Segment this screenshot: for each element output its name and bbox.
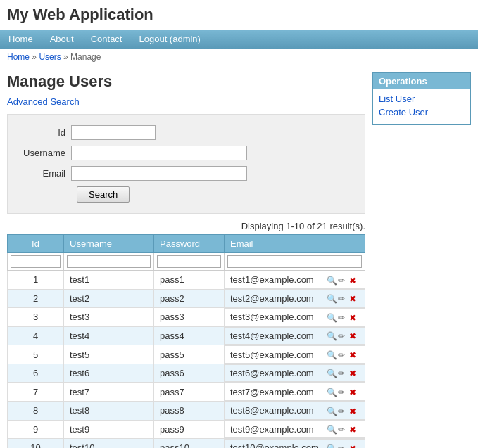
advanced-search-link[interactable]: Advanced Search [7,96,80,107]
row-actions: 🔍✏✖ [325,424,359,435]
delete-icon[interactable]: ✖ [349,276,359,286]
edit-icon[interactable]: ✏ [338,350,348,360]
delete-icon[interactable]: ✖ [349,444,359,448]
content-area: Manage Users Advanced Search Id Username… [7,72,365,448]
delete-icon[interactable]: ✖ [349,388,359,397]
row-actions: 🔍✏✖ [325,331,359,342]
email-value: test2@example.com [230,293,314,304]
view-icon[interactable]: 🔍 [327,388,337,397]
edit-icon[interactable]: ✏ [338,425,348,435]
table-row: 4test4pass4test4@example.com🔍✏✖ [8,326,365,345]
row-actions: 🔍✏✖ [325,405,359,416]
edit-icon[interactable]: ✏ [338,444,348,448]
breadcrumb-home[interactable]: Home [7,52,30,62]
view-icon[interactable]: 🔍 [327,425,337,435]
cell-username: test8 [64,401,154,420]
data-table: Id Username Password Email 1test1pass1te… [7,234,365,448]
email-value: test6@example.com [230,368,314,378]
breadcrumb-users[interactable]: Users [39,52,61,62]
results-info: Displaying 1-10 of 21 result(s). [7,221,365,231]
cell-password: pass7 [154,383,225,402]
nav-home[interactable]: Home [0,30,42,49]
view-icon[interactable]: 🔍 [327,444,337,448]
edit-icon[interactable]: ✏ [338,294,348,304]
view-icon[interactable]: 🔍 [327,369,337,378]
email-value: test3@example.com [230,312,314,322]
username-form-row: Username [22,146,351,160]
edit-icon[interactable]: ✏ [338,276,348,286]
list-user-link[interactable]: List User [379,94,465,104]
edit-icon[interactable]: ✏ [338,407,348,416]
delete-icon[interactable]: ✖ [349,407,359,416]
cell-id: 7 [8,383,64,402]
cell-email: test6@example.com🔍✏✖ [225,364,365,383]
cell-id: 4 [8,326,64,345]
cell-username: test5 [64,345,154,364]
table-row: 6test6pass6test6@example.com🔍✏✖ [8,364,365,383]
email-value: test8@example.com [230,405,314,416]
cell-email: test2@example.com🔍✏✖ [225,290,365,308]
cell-id: 1 [8,271,64,290]
cell-password: pass5 [154,345,225,364]
table-row: 7test7pass7test7@example.com🔍✏✖ [8,383,365,402]
view-icon[interactable]: 🔍 [327,331,337,341]
cell-password: pass10 [154,439,225,448]
view-icon[interactable]: 🔍 [327,276,337,286]
delete-icon[interactable]: ✖ [349,331,359,341]
view-icon[interactable]: 🔍 [327,350,337,360]
email-input[interactable] [71,166,247,181]
nav-about[interactable]: About [42,30,82,49]
edit-icon[interactable]: ✏ [338,388,348,397]
sidebar: Operations List User Create User [372,72,471,448]
row-actions: 🔍✏✖ [325,368,359,379]
delete-icon[interactable]: ✖ [349,294,359,304]
col-email[interactable]: Email [225,235,365,253]
delete-icon[interactable]: ✖ [349,350,359,360]
nav-logout[interactable]: Logout (admin) [130,30,208,49]
cell-password: pass3 [154,308,225,327]
page-title: Manage Users [7,72,365,91]
filter-username-cell [64,253,154,271]
nav-contact[interactable]: Contact [82,30,131,49]
filter-id-input[interactable] [11,255,61,268]
cell-id: 2 [8,289,64,308]
filter-password-cell [154,253,225,271]
cell-email: test9@example.com🔍✏✖ [225,421,365,439]
search-button[interactable]: Search [77,186,130,203]
operations-header: Operations [373,73,470,89]
filter-email-cell [225,253,365,271]
delete-icon[interactable]: ✖ [349,369,359,378]
table-row: 2test2pass2test2@example.com🔍✏✖ [8,289,365,308]
edit-icon[interactable]: ✏ [338,331,348,341]
filter-username-input[interactable] [67,255,151,268]
cell-email: test3@example.com🔍✏✖ [225,308,365,326]
filter-password-input[interactable] [157,255,221,268]
email-value: test7@example.com [230,387,314,397]
view-icon[interactable]: 🔍 [327,407,337,416]
id-input[interactable] [71,125,156,140]
filter-email-input[interactable] [227,255,362,268]
email-value: test9@example.com [230,424,314,435]
view-icon[interactable]: 🔍 [327,313,337,323]
email-label: Email [22,168,71,179]
view-icon[interactable]: 🔍 [327,294,337,304]
username-input[interactable] [71,146,247,160]
operations-box: Operations List User Create User [372,72,471,125]
col-username[interactable]: Username [64,235,154,253]
table-row: 10test10pass10test10@example.com🔍✏✖ [8,439,365,448]
cell-password: pass1 [154,271,225,290]
edit-icon[interactable]: ✏ [338,313,348,323]
col-id[interactable]: Id [8,235,64,253]
search-btn-row: Search [22,186,351,203]
cell-password: pass2 [154,289,225,308]
col-password[interactable]: Password [154,235,225,253]
cell-email: test1@example.com🔍✏✖ [225,271,365,289]
email-value: test4@example.com [230,331,314,341]
create-user-link[interactable]: Create User [379,107,465,117]
cell-email: test10@example.com🔍✏✖ [225,439,365,448]
username-label: Username [22,148,71,158]
delete-icon[interactable]: ✖ [349,425,359,435]
delete-icon[interactable]: ✖ [349,313,359,323]
email-value: test10@example.com [230,442,319,448]
edit-icon[interactable]: ✏ [338,369,348,378]
